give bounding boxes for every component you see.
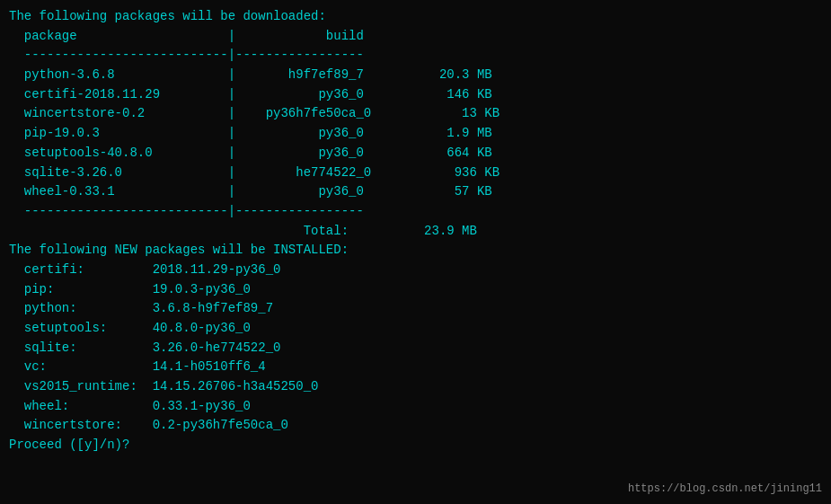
terminal-line: python: 3.6.8-h9f7ef89_7 [9, 299, 822, 319]
terminal-line: Proceed ([y]/n)? [9, 436, 822, 455]
terminal-line: vc: 14.1-h0510ff6_4 [9, 358, 822, 377]
terminal-line: ---------------------------|------------… [9, 202, 822, 222]
terminal-line: sqlite-3.26.0 | he774522_0 936 KB [9, 164, 822, 183]
terminal-line: vs2015_runtime: 14.15.26706-h3a45250_0 [9, 377, 822, 397]
watermark: https://blog.csdn.net/jining11 [628, 482, 822, 495]
terminal: The following packages will be downloade… [0, 0, 831, 504]
terminal-line: python-3.6.8 | h9f7ef89_7 20.3 MB [9, 66, 822, 85]
terminal-line: pip-19.0.3 | py36_0 1.9 MB [9, 124, 822, 144]
terminal-line: Total: 23.9 MB [9, 222, 822, 242]
terminal-line: certifi-2018.11.29 | py36_0 146 KB [9, 85, 822, 105]
terminal-line: sqlite: 3.26.0-he774522_0 [9, 339, 822, 358]
terminal-line: wheel-0.33.1 | py36_0 57 KB [9, 182, 822, 202]
terminal-line: wincertstore: 0.2-py36h7fe50ca_0 [9, 416, 822, 436]
terminal-line: pip: 19.0.3-py36_0 [9, 280, 822, 300]
terminal-line: package | build [9, 27, 822, 47]
terminal-line: The following packages will be downloade… [9, 7, 822, 27]
terminal-line: ---------------------------|------------… [9, 46, 822, 66]
terminal-line: The following NEW packages will be INSTA… [9, 241, 822, 261]
terminal-line: wheel: 0.33.1-py36_0 [9, 397, 822, 417]
terminal-line: certifi: 2018.11.29-py36_0 [9, 261, 822, 280]
terminal-line: wincertstore-0.2 | py36h7fe50ca_0 13 KB [9, 104, 822, 124]
terminal-line: setuptools: 40.8.0-py36_0 [9, 319, 822, 339]
terminal-line: setuptools-40.8.0 | py36_0 664 KB [9, 144, 822, 164]
